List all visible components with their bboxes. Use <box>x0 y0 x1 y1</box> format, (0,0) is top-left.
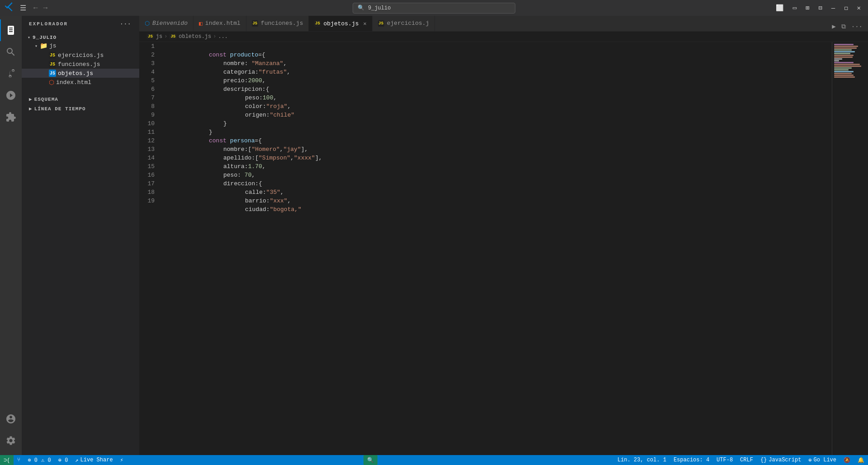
status-encoding[interactable]: UTF-8 <box>713 455 736 465</box>
minimap-line <box>834 76 855 78</box>
sidebar-section-esquema[interactable]: ▶ ESQUEMA <box>22 94 139 104</box>
title-bar-left: ☰ ← → <box>5 2 95 14</box>
breadcrumb-js-label[interactable]: js <box>156 33 162 40</box>
line-num-13: 13 <box>139 145 159 154</box>
split-editor-icon[interactable]: ⧉ <box>840 22 848 31</box>
nav-arrows: ← → <box>32 3 49 13</box>
tab-funciones-js[interactable]: JS funciones.js <box>246 16 309 31</box>
forward-arrow-icon[interactable]: → <box>42 3 50 13</box>
minimap-line <box>834 67 852 69</box>
layout-menu-icon[interactable]: ⊟ <box>816 3 825 13</box>
git-icon: ⑂ <box>17 457 20 463</box>
hamburger-menu-icon[interactable]: ☰ <box>20 4 26 13</box>
breadcrumb-sep-1: › <box>164 33 167 40</box>
activity-accounts[interactable] <box>0 408 22 430</box>
close-button[interactable]: ✕ <box>854 3 863 13</box>
search-bar[interactable]: 🔍 9_julio <box>353 3 515 14</box>
status-eol[interactable]: CRLF <box>736 455 757 465</box>
status-position[interactable]: Lín. 23, col. 1 <box>614 455 670 465</box>
minimap-line <box>834 47 857 49</box>
tab-index-html[interactable]: ◧ index.html <box>193 16 246 31</box>
line-num-4: 4 <box>139 68 159 76</box>
search-text: 9_julio <box>368 5 391 11</box>
code-line-1[interactable]: const producto={ <box>166 42 832 51</box>
status-spaces[interactable]: Espacios: 4 <box>670 455 713 465</box>
tab-objetos-js[interactable]: JS objetos.js ✕ <box>309 16 372 31</box>
lightning-icon: ⚡ <box>120 457 123 464</box>
status-bell[interactable]: 🔔 <box>854 455 868 465</box>
line-num-2: 2 <box>139 51 159 59</box>
js-icon: JS <box>378 20 384 27</box>
go-live-label: Go Live <box>814 457 836 463</box>
tree-file-index[interactable]: ⬡ index.html <box>22 78 139 87</box>
minimap-line <box>834 69 849 70</box>
line-num-5: 5 <box>139 76 159 85</box>
status-center: 🔍 <box>127 455 614 465</box>
search-icon: 🔍 <box>367 457 374 464</box>
tree-file-objetos[interactable]: JS objetos.js <box>22 69 139 78</box>
maximize-button[interactable]: ◻ <box>841 3 850 13</box>
code-line-10[interactable]: } <box>166 119 832 128</box>
tab-bienvenido[interactable]: ⬡ Bienvenido <box>139 16 193 31</box>
status-search-button[interactable]: 🔍 <box>363 455 377 465</box>
code-line-15[interactable]: peso: 70, <box>166 162 832 171</box>
more-icon[interactable]: ··· <box>849 22 864 31</box>
tab-label-bienvenido: Bienvenido <box>152 20 188 27</box>
root-folder-label: 9_JULIO <box>33 35 57 40</box>
status-go-live[interactable]: ⊕ Go Live <box>805 455 840 465</box>
status-live-share[interactable]: ↗ Live Share <box>71 455 116 465</box>
code-line-16[interactable]: direccion:{ <box>166 171 832 179</box>
layout-editor-icon[interactable]: ▭ <box>790 3 799 13</box>
tree-file-funciones[interactable]: JS funciones.js <box>22 60 139 69</box>
tree-js-folder[interactable]: ▾ 📁 js <box>22 41 139 51</box>
run-icon[interactable]: ▶ <box>830 22 837 31</box>
file-label-ejercicios: ejercicios.js <box>58 52 104 59</box>
port-label: ⊕ 0 <box>58 457 68 464</box>
tree-file-ejercicios[interactable]: JS ejercicios.js <box>22 51 139 60</box>
sidebar-section-timeline[interactable]: ▶ LÍNEA DE TIEMPO <box>22 104 139 113</box>
tree-root-folder[interactable]: ▾ 9_JULIO <box>22 34 139 41</box>
code-line-17[interactable]: calle:"35", <box>166 179 832 188</box>
js-icon: JS <box>252 20 258 27</box>
tab-close-button[interactable]: ✕ <box>363 20 367 27</box>
code-line-5[interactable]: descripcion:{ <box>166 76 832 85</box>
activity-search[interactable] <box>0 41 22 63</box>
code-line-2[interactable]: nombre: "Manzana", <box>166 51 832 59</box>
status-lightning[interactable]: ⚡ <box>117 455 127 465</box>
activity-extensions[interactable] <box>0 106 22 128</box>
status-bar: ⊃( ⑂ ⊗ 0 ⚠ 0 ⊕ 0 ↗ Live Share ⚡ 🔍 Lí <box>0 455 868 465</box>
status-remote[interactable]: ⊃( <box>0 455 14 465</box>
status-git[interactable]: ⑂ <box>14 455 24 465</box>
code-line-11[interactable]: const persona={ <box>166 128 832 136</box>
code-content[interactable]: const producto={ nombre: "Manzana", cate… <box>163 42 832 455</box>
activity-source-control[interactable] <box>0 63 22 85</box>
layout-panel-icon[interactable]: ⊞ <box>803 3 812 13</box>
activity-explorer[interactable] <box>0 19 22 41</box>
status-notifications-off[interactable]: 🔕 <box>840 455 854 465</box>
tab-ejercicios-js[interactable]: JS ejercicios.j <box>373 16 435 31</box>
layout-sidebar-icon[interactable]: ⬜ <box>773 3 786 13</box>
breadcrumb-symbol[interactable]: ... <box>218 33 228 40</box>
activity-settings[interactable] <box>0 430 22 451</box>
status-language[interactable]: {} JavaScript <box>757 455 805 465</box>
activity-run[interactable] <box>0 85 22 106</box>
breadcrumb-file-label[interactable]: obletos.js <box>179 33 211 40</box>
minimap-line <box>834 53 850 54</box>
section-label-timeline: LÍNEA DE TIEMPO <box>34 106 86 112</box>
minimap-content <box>832 42 868 455</box>
line-num-8: 8 <box>139 102 159 111</box>
line-num-17: 17 <box>139 179 159 188</box>
sidebar-more-icon[interactable]: ··· <box>119 19 132 28</box>
vscode-icon: ⬡ <box>145 20 150 27</box>
status-errors[interactable]: ⊗ 0 ⚠ 0 <box>24 455 54 465</box>
minimap-line <box>834 44 854 45</box>
file-label-objetos: objetos.js <box>58 70 93 77</box>
remote-icon: ⊃( <box>4 457 10 464</box>
back-arrow-icon[interactable]: ← <box>32 3 40 13</box>
status-port[interactable]: ⊕ 0 <box>55 455 72 465</box>
breadcrumb-file-icon: JS <box>169 34 177 39</box>
code-line-12[interactable]: nombre:["Homero","jay"], <box>166 136 832 145</box>
minimize-button[interactable]: — <box>829 4 838 13</box>
section-arrow-icon: ▶ <box>29 96 33 102</box>
line-num-14: 14 <box>139 154 159 162</box>
